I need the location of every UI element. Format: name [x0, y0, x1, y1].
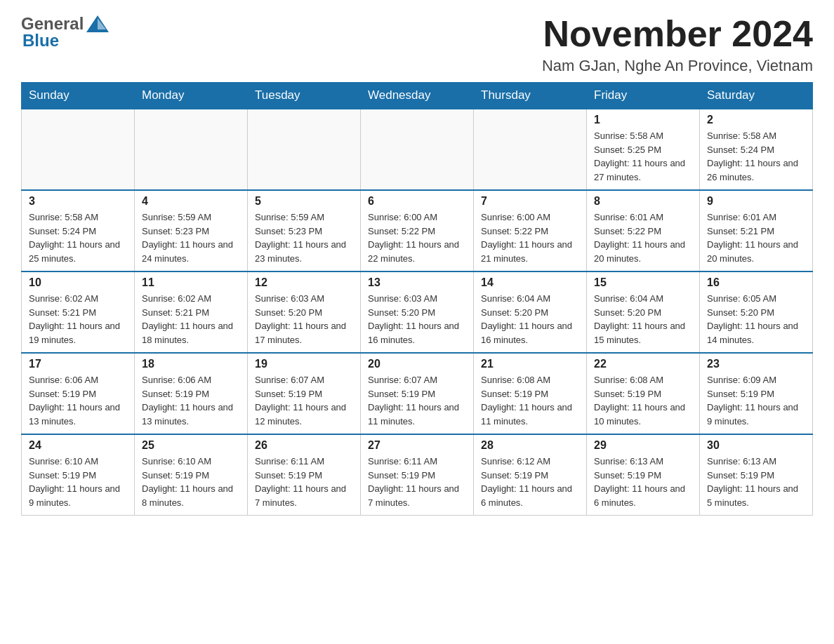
day-info: Sunrise: 6:03 AMSunset: 5:20 PMDaylight:… [368, 292, 466, 347]
day-info: Sunrise: 6:02 AMSunset: 5:21 PMDaylight:… [29, 292, 127, 347]
day-info: Sunrise: 5:58 AMSunset: 5:25 PMDaylight:… [594, 129, 692, 184]
day-number: 10 [29, 276, 127, 289]
day-info: Sunrise: 5:59 AMSunset: 5:23 PMDaylight:… [255, 210, 353, 265]
calendar-cell: 29Sunrise: 6:13 AMSunset: 5:19 PMDayligh… [587, 434, 700, 516]
calendar-cell: 27Sunrise: 6:11 AMSunset: 5:19 PMDayligh… [361, 434, 474, 516]
day-number: 19 [255, 358, 353, 370]
calendar-week-row: 3Sunrise: 5:58 AMSunset: 5:24 PMDaylight… [22, 190, 813, 271]
logo: General Blue [21, 14, 112, 51]
day-number: 12 [255, 276, 353, 289]
calendar-cell: 13Sunrise: 6:03 AMSunset: 5:20 PMDayligh… [361, 271, 474, 353]
page-header: General Blue November 2024 Nam GJan, Ngh… [21, 14, 813, 75]
calendar-cell: 20Sunrise: 6:07 AMSunset: 5:19 PMDayligh… [361, 353, 474, 434]
day-number: 30 [707, 439, 805, 452]
day-number: 11 [142, 276, 240, 289]
calendar-cell: 28Sunrise: 6:12 AMSunset: 5:19 PMDayligh… [474, 434, 587, 516]
day-number: 6 [368, 195, 466, 208]
day-info: Sunrise: 5:58 AMSunset: 5:24 PMDaylight:… [707, 129, 805, 184]
calendar-cell [248, 109, 361, 190]
calendar-cell: 17Sunrise: 6:06 AMSunset: 5:19 PMDayligh… [22, 353, 135, 434]
day-number: 21 [481, 358, 579, 370]
day-number: 2 [707, 114, 805, 126]
day-number: 15 [594, 276, 692, 289]
day-info: Sunrise: 5:58 AMSunset: 5:24 PMDaylight:… [29, 210, 127, 265]
calendar-cell: 23Sunrise: 6:09 AMSunset: 5:19 PMDayligh… [700, 353, 813, 434]
day-number: 17 [29, 358, 127, 370]
day-info: Sunrise: 6:08 AMSunset: 5:19 PMDaylight:… [481, 373, 579, 428]
calendar-cell: 14Sunrise: 6:04 AMSunset: 5:20 PMDayligh… [474, 271, 587, 353]
day-info: Sunrise: 6:01 AMSunset: 5:22 PMDaylight:… [594, 210, 692, 265]
day-info: Sunrise: 6:08 AMSunset: 5:19 PMDaylight:… [594, 373, 692, 428]
calendar-cell: 9Sunrise: 6:01 AMSunset: 5:21 PMDaylight… [700, 190, 813, 271]
day-number: 14 [481, 276, 579, 289]
day-number: 23 [707, 358, 805, 370]
day-info: Sunrise: 6:11 AMSunset: 5:19 PMDaylight:… [368, 455, 466, 509]
calendar-week-row: 17Sunrise: 6:06 AMSunset: 5:19 PMDayligh… [22, 353, 813, 434]
calendar-cell: 1Sunrise: 5:58 AMSunset: 5:25 PMDaylight… [587, 109, 700, 190]
calendar-cell: 25Sunrise: 6:10 AMSunset: 5:19 PMDayligh… [135, 434, 248, 516]
calendar-cell: 11Sunrise: 6:02 AMSunset: 5:21 PMDayligh… [135, 271, 248, 353]
calendar-cell: 3Sunrise: 5:58 AMSunset: 5:24 PMDaylight… [22, 190, 135, 271]
title-block: November 2024 Nam GJan, Nghe An Province… [542, 14, 813, 75]
calendar-week-row: 10Sunrise: 6:02 AMSunset: 5:21 PMDayligh… [22, 271, 813, 353]
day-info: Sunrise: 5:59 AMSunset: 5:23 PMDaylight:… [142, 210, 240, 265]
calendar-cell: 2Sunrise: 5:58 AMSunset: 5:24 PMDaylight… [700, 109, 813, 190]
day-info: Sunrise: 6:04 AMSunset: 5:20 PMDaylight:… [594, 292, 692, 347]
day-info: Sunrise: 6:00 AMSunset: 5:22 PMDaylight:… [368, 210, 466, 265]
weekday-header-tuesday: Tuesday [248, 83, 361, 109]
location: Nam GJan, Nghe An Province, Vietnam [542, 57, 813, 75]
calendar-week-row: 24Sunrise: 6:10 AMSunset: 5:19 PMDayligh… [22, 434, 813, 516]
day-info: Sunrise: 6:09 AMSunset: 5:19 PMDaylight:… [707, 373, 805, 428]
day-number: 7 [481, 195, 579, 208]
day-info: Sunrise: 6:04 AMSunset: 5:20 PMDaylight:… [481, 292, 579, 347]
day-info: Sunrise: 6:10 AMSunset: 5:19 PMDaylight:… [29, 455, 127, 509]
logo-blue: Blue [22, 31, 59, 51]
calendar-header-row: SundayMondayTuesdayWednesdayThursdayFrid… [22, 83, 813, 109]
day-number: 18 [142, 358, 240, 370]
calendar-cell: 22Sunrise: 6:08 AMSunset: 5:19 PMDayligh… [587, 353, 700, 434]
day-info: Sunrise: 6:00 AMSunset: 5:22 PMDaylight:… [481, 210, 579, 265]
weekday-header-wednesday: Wednesday [361, 83, 474, 109]
day-number: 4 [142, 195, 240, 208]
day-info: Sunrise: 6:10 AMSunset: 5:19 PMDaylight:… [142, 455, 240, 509]
calendar-cell: 19Sunrise: 6:07 AMSunset: 5:19 PMDayligh… [248, 353, 361, 434]
day-info: Sunrise: 6:02 AMSunset: 5:21 PMDaylight:… [142, 292, 240, 347]
weekday-header-friday: Friday [587, 83, 700, 109]
day-number: 25 [142, 439, 240, 452]
calendar-cell: 5Sunrise: 5:59 AMSunset: 5:23 PMDaylight… [248, 190, 361, 271]
calendar-cell: 26Sunrise: 6:11 AMSunset: 5:19 PMDayligh… [248, 434, 361, 516]
day-number: 28 [481, 439, 579, 452]
day-number: 20 [368, 358, 466, 370]
calendar-cell: 21Sunrise: 6:08 AMSunset: 5:19 PMDayligh… [474, 353, 587, 434]
calendar-cell: 15Sunrise: 6:04 AMSunset: 5:20 PMDayligh… [587, 271, 700, 353]
calendar-cell: 4Sunrise: 5:59 AMSunset: 5:23 PMDaylight… [135, 190, 248, 271]
day-number: 9 [707, 195, 805, 208]
day-info: Sunrise: 6:13 AMSunset: 5:19 PMDaylight:… [594, 455, 692, 509]
calendar-cell: 8Sunrise: 6:01 AMSunset: 5:22 PMDaylight… [587, 190, 700, 271]
weekday-header-thursday: Thursday [474, 83, 587, 109]
day-number: 3 [29, 195, 127, 208]
logo-triangle-icon [85, 14, 110, 34]
day-info: Sunrise: 6:13 AMSunset: 5:19 PMDaylight:… [707, 455, 805, 509]
calendar-table: SundayMondayTuesdayWednesdayThursdayFrid… [21, 82, 813, 516]
calendar-cell: 12Sunrise: 6:03 AMSunset: 5:20 PMDayligh… [248, 271, 361, 353]
day-number: 5 [255, 195, 353, 208]
day-info: Sunrise: 6:01 AMSunset: 5:21 PMDaylight:… [707, 210, 805, 265]
calendar-week-row: 1Sunrise: 5:58 AMSunset: 5:25 PMDaylight… [22, 109, 813, 190]
day-number: 26 [255, 439, 353, 452]
day-number: 29 [594, 439, 692, 452]
calendar-cell: 6Sunrise: 6:00 AMSunset: 5:22 PMDaylight… [361, 190, 474, 271]
weekday-header-saturday: Saturday [700, 83, 813, 109]
weekday-header-monday: Monday [135, 83, 248, 109]
day-info: Sunrise: 6:05 AMSunset: 5:20 PMDaylight:… [707, 292, 805, 347]
calendar-cell [135, 109, 248, 190]
day-number: 16 [707, 276, 805, 289]
calendar-cell [361, 109, 474, 190]
calendar-cell [474, 109, 587, 190]
calendar-cell [22, 109, 135, 190]
day-info: Sunrise: 6:06 AMSunset: 5:19 PMDaylight:… [29, 373, 127, 428]
calendar-cell: 24Sunrise: 6:10 AMSunset: 5:19 PMDayligh… [22, 434, 135, 516]
day-number: 22 [594, 358, 692, 370]
weekday-header-sunday: Sunday [22, 83, 135, 109]
day-info: Sunrise: 6:07 AMSunset: 5:19 PMDaylight:… [368, 373, 466, 428]
